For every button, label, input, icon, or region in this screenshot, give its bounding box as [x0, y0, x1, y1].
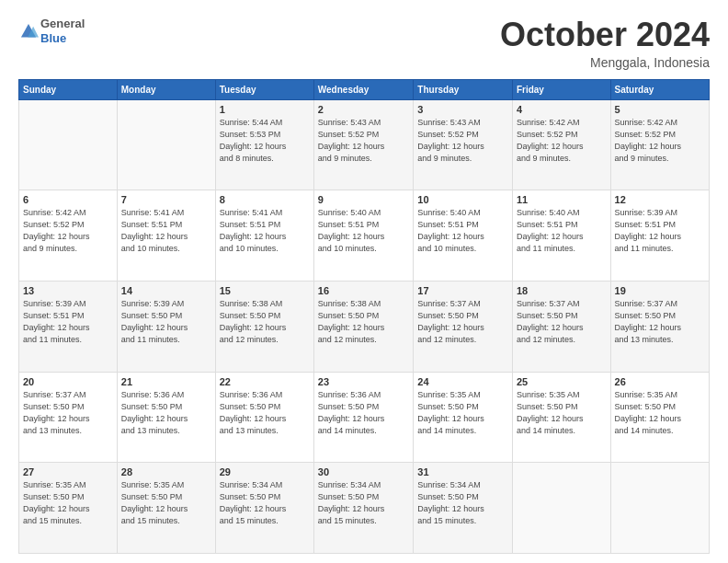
- day-info: Sunrise: 5:38 AM Sunset: 5:50 PM Dayligh…: [220, 298, 310, 346]
- day-info: Sunrise: 5:39 AM Sunset: 5:51 PM Dayligh…: [615, 207, 705, 255]
- calendar-cell: 29Sunrise: 5:34 AM Sunset: 5:50 PM Dayli…: [215, 463, 313, 554]
- day-info: Sunrise: 5:40 AM Sunset: 5:51 PM Dayligh…: [417, 207, 508, 255]
- calendar-cell: 17Sunrise: 5:37 AM Sunset: 5:50 PM Dayli…: [414, 281, 513, 372]
- day-number: 18: [517, 285, 607, 296]
- calendar-cell: 19Sunrise: 5:37 AM Sunset: 5:50 PM Dayli…: [610, 281, 709, 372]
- calendar-cell: 23Sunrise: 5:36 AM Sunset: 5:50 PM Dayli…: [313, 372, 414, 463]
- calendar-cell: 1Sunrise: 5:44 AM Sunset: 5:53 PM Daylig…: [215, 99, 313, 190]
- header-tuesday: Tuesday: [215, 79, 313, 99]
- calendar-week-1: 6Sunrise: 5:42 AM Sunset: 5:52 PM Daylig…: [19, 190, 710, 282]
- header-monday: Monday: [117, 79, 215, 99]
- day-number: 20: [23, 376, 113, 387]
- weekday-header-row: Sunday Monday Tuesday Wednesday Thursday…: [19, 79, 710, 99]
- day-number: 14: [121, 285, 211, 296]
- day-info: Sunrise: 5:36 AM Sunset: 5:50 PM Dayligh…: [318, 389, 410, 437]
- day-number: 10: [417, 194, 508, 205]
- calendar-week-4: 27Sunrise: 5:35 AM Sunset: 5:50 PM Dayli…: [19, 463, 710, 554]
- calendar-cell: 27Sunrise: 5:35 AM Sunset: 5:50 PM Dayli…: [19, 463, 118, 554]
- calendar-cell: 7Sunrise: 5:41 AM Sunset: 5:51 PM Daylig…: [117, 190, 215, 282]
- header-saturday: Saturday: [610, 79, 709, 99]
- day-number: 8: [220, 194, 310, 205]
- day-info: Sunrise: 5:37 AM Sunset: 5:50 PM Dayligh…: [517, 298, 607, 346]
- day-info: Sunrise: 5:34 AM Sunset: 5:50 PM Dayligh…: [318, 479, 410, 527]
- day-info: Sunrise: 5:41 AM Sunset: 5:51 PM Dayligh…: [121, 207, 211, 255]
- day-number: 13: [23, 285, 113, 296]
- day-info: Sunrise: 5:34 AM Sunset: 5:50 PM Dayligh…: [220, 479, 310, 527]
- day-number: 29: [220, 466, 310, 477]
- calendar-cell: 3Sunrise: 5:43 AM Sunset: 5:52 PM Daylig…: [414, 99, 513, 190]
- day-number: 2: [318, 104, 410, 115]
- day-info: Sunrise: 5:36 AM Sunset: 5:50 PM Dayligh…: [121, 389, 211, 437]
- day-number: 28: [121, 466, 211, 477]
- page: General Blue October 2024 Menggala, Indo…: [0, 0, 728, 563]
- calendar-cell: 20Sunrise: 5:37 AM Sunset: 5:50 PM Dayli…: [19, 372, 118, 463]
- calendar-week-2: 13Sunrise: 5:39 AM Sunset: 5:51 PM Dayli…: [19, 281, 710, 372]
- calendar-cell: [19, 99, 118, 190]
- day-info: Sunrise: 5:38 AM Sunset: 5:50 PM Dayligh…: [318, 298, 410, 346]
- day-number: 6: [23, 194, 113, 205]
- day-number: 12: [615, 194, 705, 205]
- calendar-week-0: 1Sunrise: 5:44 AM Sunset: 5:53 PM Daylig…: [19, 99, 710, 190]
- header: General Blue October 2024 Menggala, Indo…: [18, 17, 710, 70]
- location: Menggala, Indonesia: [500, 55, 710, 70]
- calendar-cell: 8Sunrise: 5:41 AM Sunset: 5:51 PM Daylig…: [215, 190, 313, 282]
- day-number: 7: [121, 194, 211, 205]
- calendar-cell: [610, 463, 709, 554]
- day-info: Sunrise: 5:42 AM Sunset: 5:52 PM Dayligh…: [517, 117, 607, 165]
- calendar-cell: 11Sunrise: 5:40 AM Sunset: 5:51 PM Dayli…: [512, 190, 610, 282]
- month-title: October 2024: [500, 17, 710, 53]
- day-number: 15: [220, 285, 310, 296]
- day-number: 30: [318, 466, 410, 477]
- day-info: Sunrise: 5:35 AM Sunset: 5:50 PM Dayligh…: [121, 479, 211, 527]
- day-number: 23: [318, 376, 410, 387]
- calendar-cell: 22Sunrise: 5:36 AM Sunset: 5:50 PM Dayli…: [215, 372, 313, 463]
- day-info: Sunrise: 5:41 AM Sunset: 5:51 PM Dayligh…: [220, 207, 310, 255]
- day-number: 3: [417, 104, 508, 115]
- calendar-cell: 16Sunrise: 5:38 AM Sunset: 5:50 PM Dayli…: [313, 281, 414, 372]
- calendar-cell: 31Sunrise: 5:34 AM Sunset: 5:50 PM Dayli…: [414, 463, 513, 554]
- header-thursday: Thursday: [414, 79, 513, 99]
- calendar-cell: 5Sunrise: 5:42 AM Sunset: 5:52 PM Daylig…: [610, 99, 709, 190]
- calendar-cell: 26Sunrise: 5:35 AM Sunset: 5:50 PM Dayli…: [610, 372, 709, 463]
- calendar-cell: [117, 99, 215, 190]
- calendar-cell: 30Sunrise: 5:34 AM Sunset: 5:50 PM Dayli…: [313, 463, 414, 554]
- day-info: Sunrise: 5:39 AM Sunset: 5:51 PM Dayligh…: [23, 298, 113, 346]
- calendar-cell: 14Sunrise: 5:39 AM Sunset: 5:50 PM Dayli…: [117, 281, 215, 372]
- calendar-cell: 2Sunrise: 5:43 AM Sunset: 5:52 PM Daylig…: [313, 99, 414, 190]
- calendar-cell: 18Sunrise: 5:37 AM Sunset: 5:50 PM Dayli…: [512, 281, 610, 372]
- day-info: Sunrise: 5:37 AM Sunset: 5:50 PM Dayligh…: [23, 389, 113, 437]
- calendar-cell: 4Sunrise: 5:42 AM Sunset: 5:52 PM Daylig…: [512, 99, 610, 190]
- day-number: 26: [615, 376, 705, 387]
- calendar-cell: 24Sunrise: 5:35 AM Sunset: 5:50 PM Dayli…: [414, 372, 513, 463]
- calendar-cell: 21Sunrise: 5:36 AM Sunset: 5:50 PM Dayli…: [117, 372, 215, 463]
- day-info: Sunrise: 5:40 AM Sunset: 5:51 PM Dayligh…: [517, 207, 607, 255]
- logo-text: General Blue: [40, 17, 85, 45]
- day-number: 31: [417, 466, 508, 477]
- day-number: 1: [220, 104, 310, 115]
- calendar-cell: 13Sunrise: 5:39 AM Sunset: 5:51 PM Dayli…: [19, 281, 118, 372]
- day-number: 5: [615, 104, 705, 115]
- day-info: Sunrise: 5:42 AM Sunset: 5:52 PM Dayligh…: [23, 207, 113, 255]
- day-number: 21: [121, 376, 211, 387]
- day-number: 17: [417, 285, 508, 296]
- header-friday: Friday: [512, 79, 610, 99]
- day-info: Sunrise: 5:42 AM Sunset: 5:52 PM Dayligh…: [615, 117, 705, 165]
- calendar-cell: 25Sunrise: 5:35 AM Sunset: 5:50 PM Dayli…: [512, 372, 610, 463]
- calendar-table: Sunday Monday Tuesday Wednesday Thursday…: [18, 79, 710, 554]
- day-number: 19: [615, 285, 705, 296]
- day-number: 11: [517, 194, 607, 205]
- day-info: Sunrise: 5:35 AM Sunset: 5:50 PM Dayligh…: [615, 389, 705, 437]
- day-info: Sunrise: 5:43 AM Sunset: 5:52 PM Dayligh…: [417, 117, 508, 165]
- day-number: 4: [517, 104, 607, 115]
- header-sunday: Sunday: [19, 79, 118, 99]
- day-info: Sunrise: 5:43 AM Sunset: 5:52 PM Dayligh…: [318, 117, 410, 165]
- logo: General Blue: [18, 17, 85, 45]
- logo-icon: [18, 21, 39, 41]
- calendar-cell: [512, 463, 610, 554]
- logo-general: General: [40, 17, 85, 30]
- calendar-cell: 28Sunrise: 5:35 AM Sunset: 5:50 PM Dayli…: [117, 463, 215, 554]
- day-info: Sunrise: 5:40 AM Sunset: 5:51 PM Dayligh…: [318, 207, 410, 255]
- day-number: 22: [220, 376, 310, 387]
- calendar-cell: 12Sunrise: 5:39 AM Sunset: 5:51 PM Dayli…: [610, 190, 709, 282]
- day-number: 9: [318, 194, 410, 205]
